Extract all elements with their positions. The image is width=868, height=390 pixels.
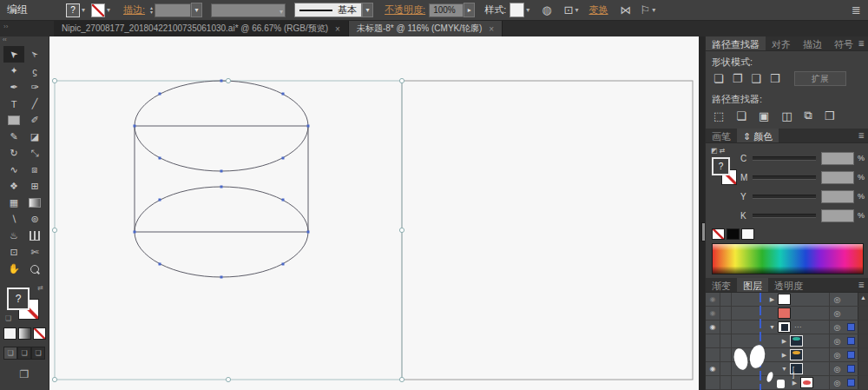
tab-symbols[interactable]: 符号 — [828, 36, 859, 50]
distort-icon[interactable]: ⋈ — [621, 3, 632, 17]
target-icon[interactable]: ◎ — [829, 321, 845, 334]
slice-tool[interactable]: ✄ — [24, 244, 45, 261]
cylinder-drawing[interactable] — [135, 81, 308, 277]
channel-slider[interactable] — [753, 214, 816, 218]
eraser-tool[interactable]: ◪ — [24, 129, 45, 145]
collapse-dock-icon[interactable]: ≣ — [852, 3, 861, 17]
channel-slider[interactable] — [753, 175, 816, 180]
none-fill-button[interactable] — [33, 327, 46, 340]
brush-dropdown[interactable]: ▾ — [362, 3, 373, 17]
stroke-weight-link[interactable]: 描边: — [123, 3, 145, 17]
selection-column[interactable] — [845, 293, 858, 306]
gradient-tool[interactable] — [24, 195, 45, 211]
lock-toggle[interactable] — [720, 293, 732, 306]
opacity-value[interactable]: 100% — [429, 3, 464, 17]
lock-toggle[interactable] — [720, 307, 732, 320]
channel-value-field[interactable] — [821, 209, 854, 222]
style-swatch[interactable] — [510, 3, 524, 17]
layer-thumbnail[interactable] — [778, 307, 791, 319]
target-icon[interactable]: ◎ — [829, 362, 845, 375]
stroke-dropdown-icon[interactable]: ▾ — [107, 6, 110, 14]
symbol-sprayer-tool[interactable]: ♨ — [3, 228, 24, 244]
document-tab-2[interactable]: 未标题-8* @ 116% (CMYK/轮廓) × — [349, 21, 503, 36]
draw-inside-button[interactable]: ❏ — [31, 347, 45, 360]
layers-scrollbar[interactable] — [858, 376, 868, 389]
collapse-icon[interactable]: ▼ — [780, 366, 788, 372]
rectangle-tool[interactable] — [3, 112, 24, 129]
visibility-toggle[interactable] — [706, 348, 720, 361]
artboard-tool[interactable]: ⊡ — [3, 244, 24, 261]
layer-row-group[interactable]: ◉ ▼⋯ ◎ — [706, 321, 868, 334]
selection-column[interactable] — [845, 362, 858, 375]
expand-button[interactable]: 扩展 — [794, 71, 846, 86]
type-tool[interactable]: T — [3, 96, 24, 112]
lock-toggle[interactable] — [720, 376, 732, 389]
layer-thumbnail[interactable] — [790, 335, 803, 347]
target-icon[interactable]: ◎ — [829, 334, 845, 347]
channel-slider[interactable] — [753, 195, 816, 199]
white-swatch[interactable] — [741, 228, 754, 240]
selection-column[interactable] — [845, 307, 858, 320]
eyedropper-tool[interactable]: ∖ — [3, 211, 24, 228]
shape-builder-tool[interactable]: ❖ — [3, 178, 24, 195]
stroke-weight-dropdown[interactable]: ▾ — [191, 3, 202, 17]
hand-tool[interactable]: ✋ — [3, 261, 24, 277]
layer-row-cylinder-orange[interactable]: ▶ ◎ — [706, 348, 868, 362]
zoom-tool[interactable] — [24, 261, 45, 277]
pen-tool[interactable]: ✒ — [3, 79, 24, 96]
gradient-fill-button[interactable] — [18, 327, 31, 340]
unite-button[interactable]: ❏ — [713, 72, 724, 85]
expand-icon[interactable]: ▶ — [780, 338, 788, 345]
lasso-tool[interactable]: ϛ — [24, 63, 45, 79]
opacity-spinner[interactable]: ▸ — [464, 3, 475, 17]
color-fill-stroke-indicator[interactable]: ◩ ⇄ ? — [711, 149, 740, 197]
selection-column[interactable] — [845, 376, 858, 389]
perspective-grid-tool[interactable]: ⊞ — [24, 178, 45, 195]
tab-align[interactable]: 对齐 — [766, 36, 797, 50]
layers-scrollbar[interactable]: ▲ — [858, 293, 868, 306]
fill-stroke-indicator[interactable]: ⇄ ❏ ? — [5, 284, 43, 322]
tools-panel-header[interactable]: ‹‹ — [0, 36, 49, 46]
direct-selection-tool[interactable]: ➢ — [24, 46, 45, 63]
stroke-color-swatch[interactable] — [91, 3, 105, 17]
fill-dropdown-icon[interactable]: ▾ — [82, 6, 85, 14]
layer-thumbnail[interactable] — [790, 363, 803, 374]
channel-value-field[interactable] — [821, 190, 854, 203]
selection-tool[interactable]: ➤ — [3, 46, 24, 63]
screen-mode-button[interactable]: ❐ — [0, 368, 49, 380]
exclude-button[interactable]: ❒ — [770, 72, 780, 85]
variable-width-dropdown[interactable]: ▾ — [211, 3, 286, 17]
rectangle-path[interactable] — [402, 81, 693, 380]
selection-column[interactable] — [845, 321, 858, 334]
visibility-toggle[interactable]: ◉ — [706, 321, 720, 334]
color-fill-box[interactable]: ? — [712, 157, 730, 175]
tab-color[interactable]: ⇕ 颜色 — [737, 129, 779, 142]
close-icon[interactable]: × — [489, 24, 494, 34]
default-fill-stroke-icon[interactable]: ❏ — [5, 314, 11, 322]
layers-scrollbar[interactable] — [858, 307, 868, 320]
outline-button[interactable]: ⧉ — [805, 109, 812, 122]
stroke-weight-stepper[interactable]: ▴ ▾ — [150, 6, 153, 15]
trim-button[interactable]: ❏ — [736, 109, 746, 122]
document-tab-1[interactable]: Nipic_27008177_20180422100735061030.ai* … — [54, 21, 349, 36]
tab-layers[interactable]: 图层 — [737, 278, 768, 292]
layer-row-brackets-group[interactable]: ◉ ▼ ◎ — [706, 362, 868, 376]
expand-icon[interactable]: ▶ — [780, 352, 788, 359]
merge-button[interactable]: ▣ — [759, 109, 769, 122]
collapse-icon[interactable]: ▼ — [768, 324, 776, 330]
channel-value-field[interactable] — [821, 152, 854, 165]
canvas-vertical-scrollbar[interactable] — [699, 36, 705, 390]
visibility-toggle[interactable]: ◉ — [706, 307, 720, 320]
tab-stroke[interactable]: 描边 — [797, 36, 828, 50]
pencil-tool[interactable]: ✎ — [3, 129, 24, 145]
stroke-weight-value[interactable] — [155, 3, 191, 17]
flag-dropdown[interactable]: ▾ — [652, 6, 655, 14]
divide-button[interactable]: ⬚ — [713, 109, 724, 122]
style-dropdown-icon[interactable]: ▾ — [526, 6, 529, 14]
selection-column[interactable] — [845, 348, 858, 361]
mesh-tool[interactable]: ▦ — [3, 195, 24, 211]
crop-button[interactable]: ◫ — [781, 109, 792, 122]
tab-brushes[interactable]: 画笔 — [706, 129, 737, 142]
scale-tool[interactable]: ⤡ — [24, 145, 45, 162]
minus-back-button[interactable]: ❒ — [825, 109, 835, 122]
